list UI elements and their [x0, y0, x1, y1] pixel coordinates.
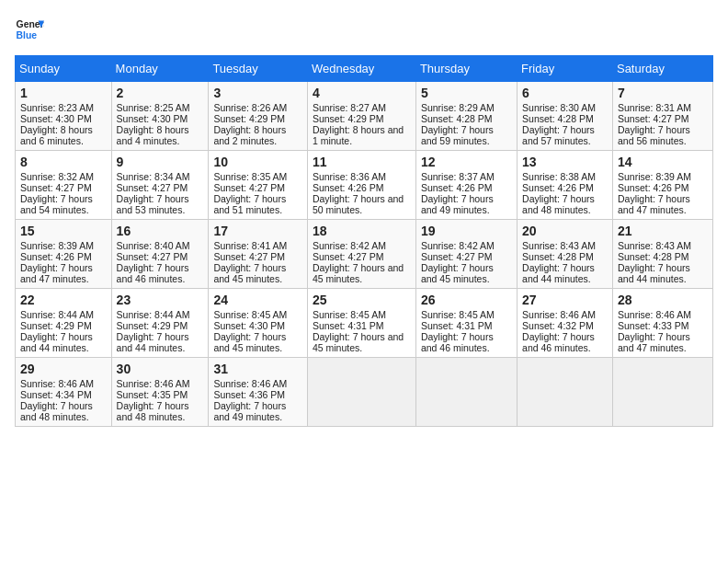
week-row-2: 8Sunrise: 8:32 AMSunset: 4:27 PMDaylight…: [16, 151, 713, 220]
day-number: 2: [117, 86, 204, 100]
sunset: Sunset: 4:28 PM: [421, 113, 493, 124]
sunset: Sunset: 4:36 PM: [213, 389, 285, 400]
week-row-5: 29Sunrise: 8:46 AMSunset: 4:34 PMDayligh…: [16, 358, 713, 427]
sunrise: Sunrise: 8:45 AM: [213, 309, 287, 320]
day-cell: 19Sunrise: 8:42 AMSunset: 4:27 PMDayligh…: [415, 220, 517, 289]
week-row-1: 1Sunrise: 8:23 AMSunset: 4:30 PMDaylight…: [16, 82, 713, 151]
daylight-label: Daylight: 7 hours and 54 minutes.: [20, 193, 93, 215]
day-number: 19: [421, 224, 512, 238]
day-number: 13: [522, 155, 608, 169]
sunrise: Sunrise: 8:44 AM: [117, 309, 190, 320]
sunrise: Sunrise: 8:30 AM: [522, 102, 596, 113]
week-row-4: 22Sunrise: 8:44 AMSunset: 4:29 PMDayligh…: [16, 289, 713, 358]
day-number: 17: [213, 224, 302, 238]
daylight-label: Daylight: 7 hours and 48 minutes.: [117, 400, 189, 422]
sunset: Sunset: 4:26 PM: [522, 182, 594, 193]
daylight-label: Daylight: 7 hours and 44 minutes.: [618, 262, 690, 284]
daylight-label: Daylight: 8 hours and 6 minutes.: [20, 124, 93, 146]
header-day-wednesday: Wednesday: [307, 56, 415, 82]
day-number: 18: [313, 224, 411, 238]
day-number: 29: [20, 362, 107, 376]
sunrise: Sunrise: 8:35 AM: [213, 171, 287, 182]
daylight-label: Daylight: 7 hours and 48 minutes.: [20, 400, 93, 422]
sunset: Sunset: 4:27 PM: [313, 251, 384, 262]
daylight-label: Daylight: 8 hours and 4 minutes.: [117, 124, 189, 146]
day-number: 9: [117, 155, 204, 169]
daylight-label: Daylight: 7 hours and 53 minutes.: [117, 193, 189, 215]
day-cell: 26Sunrise: 8:45 AMSunset: 4:31 PMDayligh…: [415, 289, 517, 358]
day-cell: [415, 358, 517, 427]
day-cell: 2Sunrise: 8:25 AMSunset: 4:30 PMDaylight…: [111, 82, 209, 151]
sunrise: Sunrise: 8:43 AM: [618, 240, 691, 251]
daylight-label: Daylight: 7 hours and 56 minutes.: [618, 124, 690, 146]
calendar-table: SundayMondayTuesdayWednesdayThursdayFrid…: [15, 55, 713, 427]
daylight-label: Daylight: 7 hours and 44 minutes.: [117, 331, 189, 353]
daylight-label: Daylight: 7 hours and 45 minutes.: [213, 262, 286, 284]
day-cell: 1Sunrise: 8:23 AMSunset: 4:30 PMDaylight…: [16, 82, 112, 151]
day-number: 6: [522, 86, 608, 100]
header: General Blue: [15, 15, 713, 44]
day-number: 5: [421, 86, 512, 100]
sunset: Sunset: 4:26 PM: [20, 251, 92, 262]
daylight-label: Daylight: 7 hours and 47 minutes.: [20, 262, 93, 284]
header-day-tuesday: Tuesday: [209, 56, 308, 82]
day-number: 4: [313, 86, 411, 100]
sunrise: Sunrise: 8:34 AM: [117, 171, 190, 182]
sunrise: Sunrise: 8:42 AM: [313, 240, 386, 251]
day-number: 8: [20, 155, 107, 169]
sunset: Sunset: 4:26 PM: [618, 182, 689, 193]
day-cell: 15Sunrise: 8:39 AMSunset: 4:26 PMDayligh…: [16, 220, 112, 289]
sunrise: Sunrise: 8:46 AM: [117, 378, 190, 389]
sunrise: Sunrise: 8:46 AM: [20, 378, 94, 389]
daylight-label: Daylight: 7 hours and 44 minutes.: [522, 262, 595, 284]
sunset: Sunset: 4:27 PM: [117, 251, 188, 262]
day-number: 26: [421, 293, 512, 307]
sunset: Sunset: 4:27 PM: [213, 182, 285, 193]
sunrise: Sunrise: 8:29 AM: [421, 102, 495, 113]
sunset: Sunset: 4:27 PM: [213, 251, 285, 262]
daylight-label: Daylight: 7 hours and 46 minutes.: [522, 331, 595, 353]
header-day-thursday: Thursday: [415, 56, 517, 82]
day-number: 24: [213, 293, 302, 307]
day-cell: 24Sunrise: 8:45 AMSunset: 4:30 PMDayligh…: [209, 289, 308, 358]
day-cell: 16Sunrise: 8:40 AMSunset: 4:27 PMDayligh…: [111, 220, 209, 289]
daylight-label: Daylight: 7 hours and 59 minutes.: [421, 124, 494, 146]
sunset: Sunset: 4:35 PM: [117, 389, 188, 400]
header-day-friday: Friday: [518, 56, 613, 82]
header-day-monday: Monday: [111, 56, 209, 82]
sunset: Sunset: 4:34 PM: [20, 389, 92, 400]
day-number: 22: [20, 293, 107, 307]
day-number: 27: [522, 293, 608, 307]
day-cell: 31Sunrise: 8:46 AMSunset: 4:36 PMDayligh…: [209, 358, 308, 427]
sunrise: Sunrise: 8:26 AM: [213, 102, 287, 113]
daylight-label: Daylight: 7 hours and 45 minutes.: [213, 331, 286, 353]
daylight-label: Daylight: 7 hours and 48 minutes.: [522, 193, 595, 215]
sunrise: Sunrise: 8:46 AM: [618, 309, 691, 320]
logo: General Blue: [15, 15, 44, 44]
daylight-label: Daylight: 8 hours and 1 minute.: [313, 124, 404, 146]
day-cell: 4Sunrise: 8:27 AMSunset: 4:29 PMDaylight…: [307, 82, 415, 151]
day-number: 16: [117, 224, 204, 238]
daylight-label: Daylight: 7 hours and 46 minutes.: [421, 331, 494, 353]
sunset: Sunset: 4:28 PM: [522, 113, 594, 124]
day-cell: 10Sunrise: 8:35 AMSunset: 4:27 PMDayligh…: [209, 151, 308, 220]
day-cell: 14Sunrise: 8:39 AMSunset: 4:26 PMDayligh…: [612, 151, 712, 220]
day-number: 23: [117, 293, 204, 307]
daylight-label: Daylight: 7 hours and 49 minutes.: [213, 400, 286, 422]
sunset: Sunset: 4:28 PM: [522, 251, 594, 262]
day-cell: 5Sunrise: 8:29 AMSunset: 4:28 PMDaylight…: [415, 82, 517, 151]
sunset: Sunset: 4:31 PM: [421, 320, 493, 331]
day-cell: 9Sunrise: 8:34 AMSunset: 4:27 PMDaylight…: [111, 151, 209, 220]
sunrise: Sunrise: 8:36 AM: [313, 171, 386, 182]
day-cell: 25Sunrise: 8:45 AMSunset: 4:31 PMDayligh…: [307, 289, 415, 358]
sunrise: Sunrise: 8:27 AM: [313, 102, 386, 113]
day-cell: 20Sunrise: 8:43 AMSunset: 4:28 PMDayligh…: [518, 220, 613, 289]
day-cell: 7Sunrise: 8:31 AMSunset: 4:27 PMDaylight…: [612, 82, 712, 151]
day-cell: 3Sunrise: 8:26 AMSunset: 4:29 PMDaylight…: [209, 82, 308, 151]
day-number: 30: [117, 362, 204, 376]
day-cell: 12Sunrise: 8:37 AMSunset: 4:26 PMDayligh…: [415, 151, 517, 220]
sunrise: Sunrise: 8:31 AM: [618, 102, 691, 113]
day-cell: 17Sunrise: 8:41 AMSunset: 4:27 PMDayligh…: [209, 220, 308, 289]
day-cell: 29Sunrise: 8:46 AMSunset: 4:34 PMDayligh…: [16, 358, 112, 427]
header-row: SundayMondayTuesdayWednesdayThursdayFrid…: [16, 56, 713, 82]
